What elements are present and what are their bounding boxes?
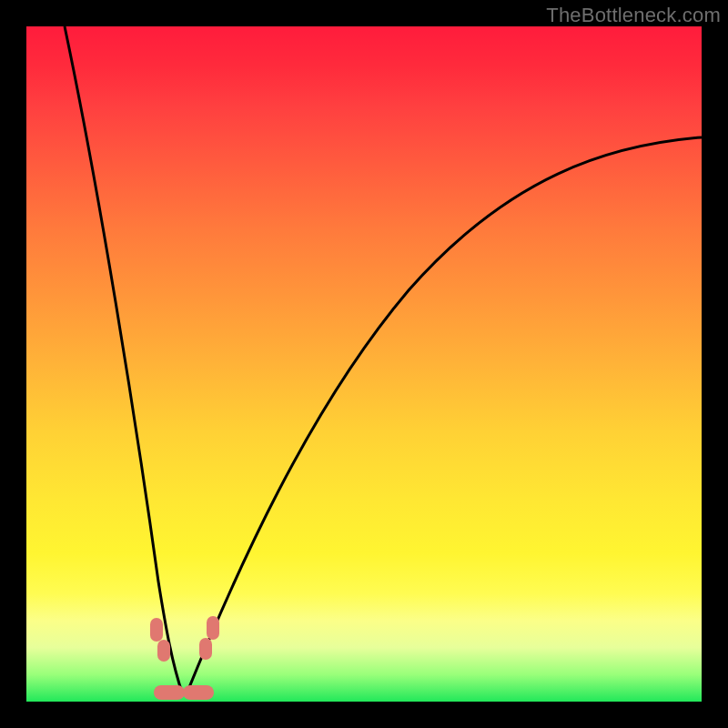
marker-left-bottom xyxy=(157,640,170,662)
curve-right-branch xyxy=(186,137,702,696)
marker-floor-left xyxy=(154,685,185,700)
marker-right-top xyxy=(207,616,219,640)
plot-area xyxy=(26,26,702,702)
marker-left-top xyxy=(150,618,163,642)
marker-floor-right xyxy=(183,685,214,700)
bottleneck-curve xyxy=(26,26,702,702)
watermark-text: TheBottleneck.com xyxy=(546,4,721,27)
marker-right-bottom xyxy=(199,638,212,660)
curve-left-branch xyxy=(65,26,183,695)
